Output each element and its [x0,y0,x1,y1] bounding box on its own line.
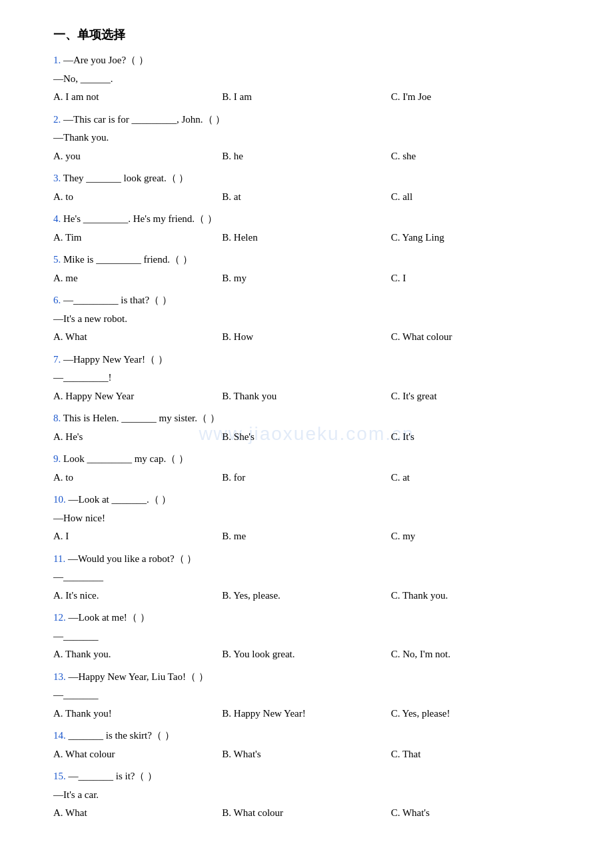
option-letter: C. [391,807,402,818]
option-text: Yes, please! [402,708,450,719]
option-letter: B. [222,649,233,659]
question-text-8: This is Helen. _______ my sister.（ ） [63,413,220,423]
question-follow-1: —No, ______. [53,71,560,88]
option-text: What's [402,807,430,818]
question-follow-7: —_________! [53,369,560,387]
options-row-13: A. Thank you!B. Happy New Year!C. Yes, p… [53,705,560,723]
question-text-6: —_________ is that?（ ） [63,295,172,305]
option-letter: A. [53,91,65,102]
option-text: my [234,273,247,283]
option-text: She's [234,431,255,442]
option-12-A: A. Thank you. [53,646,222,663]
option-9-A: A. to [53,469,222,487]
option-2-C: C. she [391,148,560,165]
question-line-4: 4. He's _________. He's my friend.（ ） [53,211,560,228]
option-letter: A. [53,431,65,442]
option-10-C: C. my [391,528,560,545]
question-number-7: 7. [53,354,63,365]
option-text: How [234,331,253,342]
option-letter: C. [391,431,403,442]
question-block-10: 10. —Look at _______.（ ）—How nice!A. IB.… [53,491,560,545]
option-letter: B. [222,151,234,161]
options-row-6: A. WhatB. HowC. What colour [53,329,560,346]
question-block-8: 8. This is Helen. _______ my sister.（ ）A… [53,410,560,445]
question-line-3: 3. They _______ look great.（ ） [53,170,560,187]
question-line-10: 10. —Look at _______.（ ） [53,491,560,509]
option-text: What [65,331,87,342]
options-row-10: A. IB. meC. my [53,528,560,545]
question-block-3: 3. They _______ look great.（ ）A. toB. at… [53,170,560,205]
question-text-3: They _______ look great.（ ） [63,173,189,183]
options-row-9: A. toB. forC. at [53,469,560,487]
option-13-A: A. Thank you! [53,705,222,723]
option-letter: A. [53,191,65,202]
option-letter: A. [53,807,65,818]
option-3-C: C. all [391,189,560,206]
option-12-B: B. You look great. [222,646,390,663]
option-text: It's [402,431,414,442]
options-row-7: A. Happy New YearB. Thank youC. It's gre… [53,388,560,405]
question-block-13: 13. —Happy New Year, Liu Tao!（ ）—_______… [53,669,560,723]
option-letter: B. [222,590,233,601]
question-text-5: Mike is _________ friend.（ ） [63,254,193,265]
options-row-14: A. What colourB. What'sC. That [53,746,560,763]
option-13-C: C. Yes, please! [391,705,560,723]
option-letter: C. [391,649,403,659]
question-number-2: 2. [53,114,63,125]
option-text: It's nice. [65,590,99,601]
option-text: I am [234,91,252,102]
option-letter: A. [53,531,65,541]
option-letter: C. [391,749,402,759]
question-text-15: —_______ is it?（ ） [69,771,158,781]
option-5-C: C. I [391,270,560,287]
question-line-5: 5. Mike is _________ friend.（ ） [53,251,560,269]
option-11-B: B. Yes, please. [222,587,390,605]
question-follow-15: —It's a car. [53,787,560,804]
option-10-A: A. I [53,528,222,545]
option-6-B: B. How [222,329,390,346]
option-letter: C. [391,151,403,161]
option-12-C: C. No, I'm not. [391,646,560,663]
option-letter: C. [391,708,402,719]
option-3-A: A. to [53,189,222,206]
question-line-13: 13. —Happy New Year, Liu Tao!（ ） [53,669,560,686]
option-text: my [402,531,415,541]
option-text: Yang Ling [402,232,444,243]
question-text-12: —Look at me!（ ） [69,612,150,623]
question-number-8: 8. [53,413,63,423]
option-5-B: B. my [222,270,390,287]
question-number-5: 5. [53,254,63,265]
question-line-1: 1. —Are you Joe?（ ） [53,52,560,69]
question-line-2: 2. —This car is for _________, John.（ ） [53,111,560,129]
question-line-11: 11. —Would you like a robot?（ ） [53,551,560,568]
option-letter: C. [391,331,402,342]
option-text: Thank you. [402,590,448,601]
option-7-A: A. Happy New Year [53,388,222,405]
question-number-6: 6. [53,295,63,305]
option-letter: B. [222,472,234,483]
options-row-2: A. youB. heC. she [53,148,560,165]
option-text: What's [234,749,261,759]
option-letter: B. [222,531,234,541]
option-text: I am not [65,91,99,102]
question-text-2: —This car is for _________, John.（ ） [63,114,225,125]
question-number-12: 12. [53,612,69,623]
option-letter: B. [222,331,234,342]
option-8-B: B. She's [222,429,390,446]
option-letter: C. [391,590,402,601]
option-text: No, I'm not. [402,649,450,659]
question-block-6: 6. —_________ is that?（ ）—It's a new rob… [53,292,560,346]
option-letter: B. [222,273,234,283]
option-text: Thank you. [65,649,111,659]
question-line-12: 12. —Look at me!（ ） [53,609,560,627]
option-6-C: C. What colour [391,329,560,346]
option-5-A: A. me [53,270,222,287]
option-8-A: A. He's [53,429,222,446]
option-text: to [65,191,73,202]
option-1-A: A. I am not [53,89,222,106]
options-row-4: A. TimB. HelenC. Yang Ling [53,229,560,247]
option-text: I [402,273,406,283]
option-4-C: C. Yang Ling [391,229,560,247]
question-block-15: 15. —_______ is it?（ ）—It's a car.A. Wha… [53,768,560,822]
option-letter: C. [391,232,402,243]
